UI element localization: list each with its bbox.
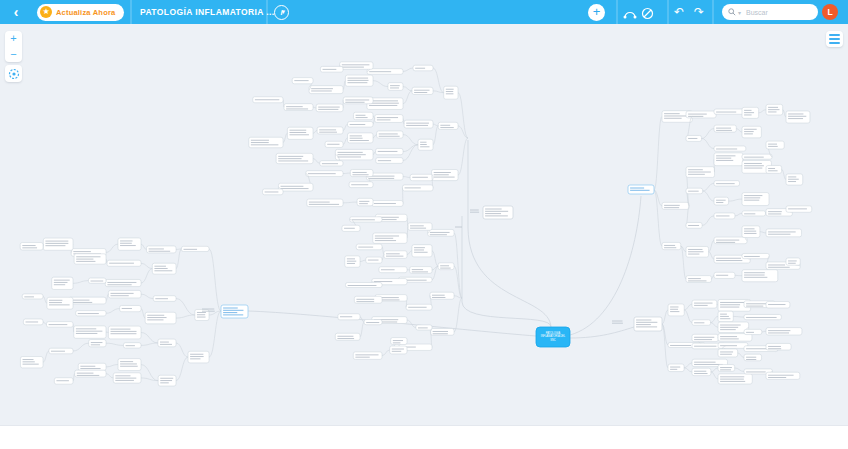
zoom-in-button[interactable]: +	[5, 31, 22, 47]
svg-text:SNC: SNC	[550, 338, 556, 342]
center-map-button[interactable]	[5, 65, 22, 82]
divider	[667, 0, 669, 24]
user-avatar[interactable]: L	[822, 4, 838, 20]
search-input[interactable]	[744, 8, 808, 17]
divider	[266, 0, 268, 24]
search-filter-caret[interactable]: ▾	[738, 9, 741, 16]
top-bar: ‹ ★ Actualiza Ahora PATOLOGÍA INFLAMATOR…	[0, 0, 848, 24]
app-window: { "header": { "back_icon": "‹", "upgrade…	[0, 0, 848, 449]
document-title-dropdown[interactable]: PATOLOGÍA INFLAMATORIA ... ▾	[140, 0, 285, 24]
map-menu-button[interactable]	[826, 31, 843, 47]
undo-icon[interactable]: ↶	[674, 5, 684, 19]
target-icon	[8, 68, 20, 80]
divider	[712, 0, 714, 24]
connector-icon[interactable]	[623, 6, 637, 24]
back-button[interactable]: ‹	[8, 2, 24, 22]
divider	[130, 0, 132, 24]
upgrade-button[interactable]: ★ Actualiza Ahora	[37, 4, 124, 21]
search-icon	[728, 8, 736, 16]
upgrade-label: Actualiza Ahora	[56, 8, 115, 17]
search-bar: ▾	[722, 4, 818, 20]
add-node-button[interactable]: +	[588, 4, 605, 21]
disable-icon[interactable]	[641, 6, 654, 24]
bottom-toolbar	[0, 425, 848, 449]
svg-text:PATOLOGÍA: PATOLOGÍA	[546, 331, 561, 335]
hamburger-icon	[829, 34, 840, 36]
star-icon: ★	[40, 6, 52, 18]
info-button[interactable]: i	[274, 5, 289, 20]
svg-text:INFLAMATORIA DEL: INFLAMATORIA DEL	[541, 334, 566, 338]
document-title: PATOLOGÍA INFLAMATORIA ...	[140, 7, 275, 17]
redo-icon[interactable]: ↷	[694, 5, 704, 19]
divider	[616, 0, 618, 24]
mindmap-svg[interactable]: PATOLOGÍAINFLAMATORIA DELSNC	[0, 0, 848, 449]
zoom-out-button[interactable]: −	[5, 47, 22, 63]
zoom-controls: + −	[5, 31, 22, 62]
